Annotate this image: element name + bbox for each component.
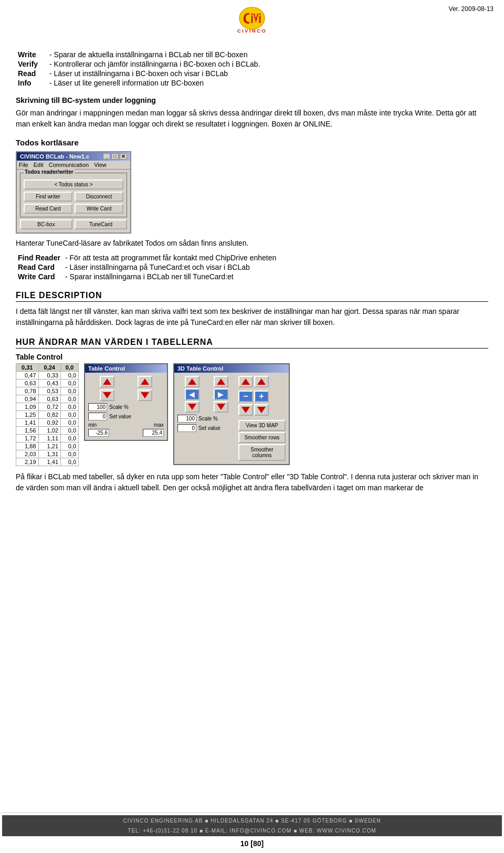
footer-line1: CIVINCO ENGINEERING AB ■ HILDEDALSGATAN … [2, 815, 502, 826]
col2-header: 0,24 [38, 364, 61, 372]
table-control-label: Table Control [16, 353, 488, 361]
write-card-label: Write Card [16, 272, 63, 281]
num-row-10: 1,881,210,0 [16, 443, 79, 450]
num-row-8: 1,561,020,0 [16, 427, 79, 435]
tc-scale-input[interactable] [88, 403, 107, 411]
tc-arrow-up-left[interactable] [100, 376, 114, 387]
menu-file[interactable]: File [19, 162, 28, 168]
intro-row-verify: Verify - Kontrollerar och jämför inställ… [16, 59, 488, 69]
todos-title: Todos kortläsare [16, 138, 488, 147]
maximize-button[interactable]: □ [111, 153, 119, 160]
smoother-rows-button[interactable]: Smoother rows [238, 432, 286, 443]
menu-view[interactable]: View [94, 162, 107, 168]
num-row-1: 0,470,330,0 [16, 372, 79, 380]
col1-header: 0,31 [16, 364, 39, 372]
num-row-2: 0,630,430,0 [16, 380, 79, 387]
td3-extra-minus[interactable]: − [238, 391, 253, 402]
num-table-header: 0,31 0,24 0,0 [16, 364, 79, 372]
num-row-7: 1,410,920,0 [16, 419, 79, 427]
tc-scale-label: Scale % [109, 404, 129, 410]
td3-extra-down-left[interactable] [238, 404, 253, 416]
smoother-columns-button[interactable]: Smoother columns [238, 444, 286, 461]
group-title: Todos reader/writer [24, 169, 75, 175]
td3-title: 3D Table Control [174, 364, 289, 373]
col3-header: 0,0 [61, 364, 79, 372]
read-card-button[interactable]: Read Card [24, 204, 72, 214]
view-3d-map-button[interactable]: View 3D MAP [238, 420, 286, 431]
td3-arrow-right[interactable]: ▶ [214, 388, 228, 400]
reader-writer-group: Todos reader/writer < Todos status > Fin… [20, 173, 127, 217]
find-writer-button[interactable]: Find writer [24, 192, 72, 202]
menu-edit[interactable]: Edit [34, 162, 44, 168]
td3-controls: ◀ ▶ [177, 376, 235, 461]
read-card-desc: - Läser inställningarna på TuneCard:et o… [63, 262, 278, 272]
file-desc-heading: File Description [16, 291, 102, 300]
td3-scale-label: Scale % [198, 416, 218, 422]
bottom-text: På flikar i BCLab med tabeller, så dyker… [16, 471, 488, 493]
intro-row-read: Read - Läser ut inställningarna i BC-box… [16, 69, 488, 78]
verify-label: Verify [16, 59, 47, 69]
dialog-titlebar: CIVINCO BCLab - New1.c _ □ ✕ [17, 152, 130, 161]
num-row-11: 2,031,310,0 [16, 450, 79, 458]
td3-extra-down [238, 404, 269, 416]
num-row-4: 0,940,630,0 [16, 395, 79, 403]
td3-set-label: Set value [198, 425, 220, 431]
td3-up-row [177, 376, 235, 387]
tc-down-arrows [88, 389, 164, 401]
num-row-9: 1,721,110,0 [16, 435, 79, 443]
td3-scale-input[interactable] [177, 415, 196, 423]
tc-min-label: min [88, 422, 97, 428]
tc-set-label: Set value [109, 414, 131, 419]
td3-set-input[interactable] [177, 424, 196, 432]
minimize-button[interactable]: _ [103, 153, 110, 160]
numeric-table: 0,31 0,24 0,0 0,470,330,0 0,630,430,0 0,… [16, 363, 79, 466]
td3-dialog: 3D Table Control [173, 363, 290, 465]
verify-desc: - Kontrollerar och jämför inställningarn… [47, 59, 488, 69]
disconnect-button[interactable]: Disconnect [75, 192, 123, 202]
features-table: Find Reader - För att testa att programm… [16, 253, 278, 281]
todos-status-button[interactable]: < Todos status > [24, 180, 123, 189]
num-row-12: 2,191,410,0 [16, 458, 79, 466]
td3-set-row: Set value [177, 424, 235, 432]
tc-minmax-inputs [88, 429, 164, 437]
tune-card-button[interactable]: TuneCard [75, 219, 127, 229]
write-card-button[interactable]: Write Card [75, 204, 123, 214]
hur-section: Hur ändrar man värden i tabellerna Table… [16, 338, 488, 493]
footer-text1: CIVINCO ENGINEERING AB ■ HILDEDALSGATAN … [123, 818, 381, 824]
todos-section: Todos kortläsare CIVINCO BCLab - New1.c … [16, 138, 488, 281]
td3-down-left[interactable] [185, 401, 200, 413]
td3-extra-plus[interactable]: + [254, 391, 269, 402]
td3-extra-down-right[interactable] [254, 404, 269, 416]
read-label: Read [16, 69, 47, 78]
todos-dialog: CIVINCO BCLab - New1.c _ □ ✕ File Edit C… [16, 151, 131, 234]
svg-rect-2 [251, 16, 253, 23]
intro-row-info: Info - Läser ut lite generell informatio… [16, 78, 488, 88]
num-row-3: 0,780,530,0 [16, 387, 79, 395]
page-number: 10 [80] [240, 839, 264, 848]
write-label: Write [16, 50, 47, 59]
tc-arrow-up-right[interactable] [138, 376, 152, 387]
tc-min-input[interactable] [88, 429, 109, 437]
td3-down-right[interactable] [214, 401, 228, 413]
td3-down-row [177, 401, 235, 413]
read-desc: - Läser ut inställningarna i BC-boxen oc… [47, 69, 488, 78]
close-button[interactable]: ✕ [120, 153, 127, 160]
tc-arrow-down-right[interactable] [138, 389, 152, 401]
skrivning-heading: Skrivning till BC-system under loggning [16, 96, 488, 104]
tc-set-input[interactable] [88, 413, 107, 420]
page-header: Ver. 2009-08-13 CIVINCO [0, 0, 504, 45]
num-row-5: 1,090,720,0 [16, 403, 79, 411]
tc-max-input[interactable] [143, 429, 164, 437]
td3-up-right[interactable] [214, 376, 228, 387]
td3-extra-up-left[interactable] [238, 376, 253, 387]
td3-up-left[interactable] [185, 376, 200, 387]
bc-box-button[interactable]: BC-box [20, 219, 72, 229]
footer-line2: TEL: +46-(0)31-22 08 10 ■ E-MAIL: INFO@C… [2, 826, 502, 836]
find-reader-label: Find Reader [16, 253, 63, 262]
td3-extra-up-right[interactable] [254, 376, 269, 387]
td3-scale-row: Scale % [177, 415, 235, 423]
tc-arrow-down-left[interactable] [100, 389, 114, 401]
td3-arrow-left[interactable]: ◀ [185, 388, 200, 400]
td3-body: ◀ ▶ [174, 373, 289, 464]
menu-communication[interactable]: Communication [49, 162, 89, 168]
